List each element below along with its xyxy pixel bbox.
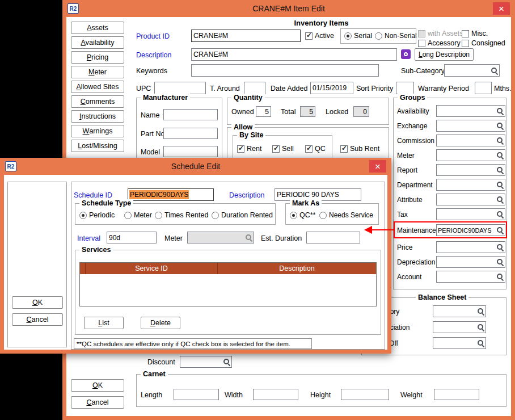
description-editor-button[interactable] <box>401 49 411 59</box>
accessory-checkbox[interactable]: Accessory <box>418 39 461 47</box>
inventory-input[interactable] <box>433 306 476 317</box>
warranty-period-input[interactable] <box>475 82 492 94</box>
sub-category-lookup[interactable] <box>444 64 500 77</box>
qc-radio[interactable]: QC** <box>290 211 315 219</box>
manufacturer-model-input[interactable] <box>163 146 218 157</box>
qc-checkbox[interactable]: QC <box>305 145 326 153</box>
keywords-input[interactable] <box>191 64 379 77</box>
magnifier-icon[interactable] <box>495 194 505 205</box>
inventory-lookup[interactable] <box>433 305 486 317</box>
magnifier-icon[interactable] <box>495 120 505 131</box>
magnifier-icon[interactable] <box>495 257 505 267</box>
exchange-group-lookup[interactable] <box>436 120 505 132</box>
sort-priority-input[interactable] <box>396 82 414 94</box>
misc-checkbox[interactable]: Misc. <box>462 30 488 37</box>
availability-group-lookup[interactable] <box>436 105 505 117</box>
tax-group-lookup[interactable] <box>436 208 505 220</box>
long-description-button[interactable]: Long Description <box>415 48 474 61</box>
magnifier-icon[interactable] <box>476 322 486 333</box>
periodic-radio[interactable]: Periodic <box>79 211 115 219</box>
description-input[interactable] <box>191 48 397 61</box>
list-button[interactable]: List <box>84 317 124 329</box>
meter-group-lookup[interactable] <box>436 149 505 161</box>
cancel-button[interactable]: Cancel <box>71 396 124 409</box>
sell-checkbox[interactable]: Sell <box>272 145 294 153</box>
attribute-group-input[interactable] <box>437 194 495 205</box>
magnifier-icon[interactable] <box>495 179 505 190</box>
schedule-ok-button[interactable]: OK <box>12 296 63 309</box>
magnifier-icon[interactable] <box>495 209 505 220</box>
report-group-lookup[interactable] <box>436 164 505 176</box>
schedule-cancel-button[interactable]: Cancel <box>12 313 63 326</box>
width-input[interactable] <box>253 389 298 400</box>
close-icon[interactable] <box>493 2 510 15</box>
account-group-lookup[interactable] <box>436 271 505 283</box>
interval-input[interactable] <box>107 232 157 243</box>
non-serial-radio[interactable]: Non-Serial <box>375 32 417 40</box>
attribute-group-lookup[interactable] <box>436 194 505 205</box>
magnifier-icon[interactable] <box>495 135 505 146</box>
bs-depreciation-lookup[interactable] <box>433 321 486 333</box>
bs-depreciation-input[interactable] <box>433 322 476 333</box>
price-group-lookup[interactable] <box>436 241 505 253</box>
department-group-lookup[interactable] <box>436 179 505 191</box>
delete-button[interactable]: Delete <box>141 317 180 329</box>
department-group-input[interactable] <box>437 179 495 190</box>
ok-button[interactable]: OK <box>71 379 124 392</box>
sidebar-item-warnings[interactable]: Warnings <box>71 125 124 137</box>
manufacturer-name-input[interactable] <box>163 109 218 120</box>
maintenance-group-lookup[interactable] <box>436 224 505 236</box>
schedule-id-input[interactable]: PERIODIC90DAYS <box>128 188 214 201</box>
tax-group-input[interactable] <box>437 209 495 220</box>
owned-input[interactable] <box>256 106 271 117</box>
serial-radio[interactable]: Serial <box>344 32 372 40</box>
magnifier-icon[interactable] <box>495 150 505 161</box>
sidebar-item-assets[interactable]: Assets <box>71 22 124 34</box>
duration-rented-radio[interactable]: Duration Rented <box>212 211 273 219</box>
magnifier-icon[interactable] <box>495 106 505 116</box>
commission-group-input[interactable] <box>437 135 495 146</box>
sidebar-item-comments[interactable]: Comments <box>71 95 124 108</box>
magnifier-icon[interactable] <box>495 225 505 236</box>
write-off-lookup[interactable] <box>433 337 486 349</box>
report-group-input[interactable] <box>437 165 495 175</box>
magnifier-icon[interactable] <box>222 356 231 367</box>
product-id-input[interactable] <box>191 30 301 42</box>
sidebar-item-meter[interactable]: Meter <box>71 66 124 78</box>
consigned-checkbox[interactable]: Consigned <box>462 39 505 47</box>
exchange-group-input[interactable] <box>437 120 495 131</box>
sidebar-item-allowed-sites[interactable]: Allowed Sites <box>71 81 124 93</box>
meter-group-input[interactable] <box>437 150 495 161</box>
needs-service-radio[interactable]: Needs Service <box>319 211 373 219</box>
sidebar-item-instructions[interactable]: Instructions <box>71 110 124 123</box>
upc-input[interactable] <box>154 82 206 94</box>
close-icon[interactable] <box>369 160 386 173</box>
sidebar-item-lost-missing[interactable]: Lost/Missing <box>71 140 124 152</box>
weight-input[interactable] <box>434 389 479 400</box>
discount-lookup[interactable] <box>180 356 232 368</box>
depreciation-group-lookup[interactable] <box>436 256 505 268</box>
account-group-input[interactable] <box>437 271 495 282</box>
sidebar-item-availability[interactable]: Availability <box>71 36 124 49</box>
magnifier-icon[interactable] <box>489 65 499 76</box>
magnifier-icon[interactable] <box>495 242 505 253</box>
meter-radio[interactable]: Meter <box>124 211 152 219</box>
maintenance-group-input[interactable] <box>437 225 495 236</box>
magnifier-icon[interactable] <box>495 271 505 282</box>
magnifier-icon[interactable] <box>476 338 486 348</box>
length-input[interactable] <box>174 389 219 400</box>
sub-rent-checkbox[interactable]: Sub Rent <box>340 145 379 153</box>
est-duration-input[interactable] <box>306 232 360 243</box>
price-group-input[interactable] <box>437 242 495 253</box>
write-off-input[interactable] <box>433 338 476 348</box>
magnifier-icon[interactable] <box>495 165 505 175</box>
sub-category-input[interactable] <box>445 65 489 76</box>
discount-input[interactable] <box>180 356 222 367</box>
date-added-input[interactable] <box>310 82 353 94</box>
commission-group-lookup[interactable] <box>436 135 505 146</box>
manufacturer-part-no-input[interactable] <box>163 128 218 139</box>
depreciation-group-input[interactable] <box>437 257 495 267</box>
sidebar-item-pricing[interactable]: Pricing <box>71 51 124 64</box>
magnifier-icon[interactable] <box>476 306 486 317</box>
availability-group-input[interactable] <box>437 106 495 116</box>
